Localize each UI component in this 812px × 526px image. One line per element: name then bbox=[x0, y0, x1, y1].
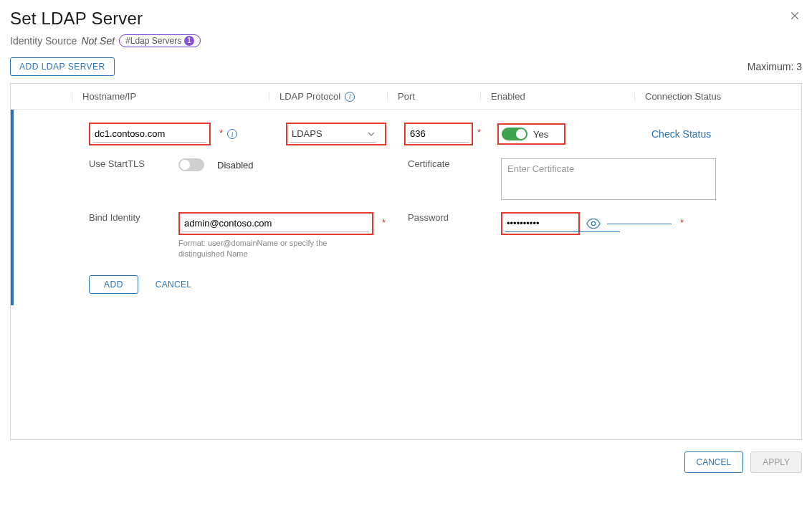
close-icon[interactable] bbox=[788, 9, 802, 23]
ldap-protocol-value: LDAPS bbox=[292, 128, 323, 139]
column-enabled: Enabled bbox=[480, 91, 634, 102]
starttls-label: Use StartTLS bbox=[82, 158, 171, 169]
required-icon: * bbox=[382, 217, 386, 228]
column-status: Connection Status bbox=[634, 91, 801, 102]
column-port: Port bbox=[387, 91, 480, 102]
apply-button: APPLY bbox=[750, 451, 802, 473]
cancel-button[interactable]: CANCEL bbox=[684, 451, 744, 473]
password-label: Password bbox=[401, 212, 494, 223]
check-status-link[interactable]: Check Status bbox=[651, 128, 711, 140]
add-ldap-server-button[interactable]: ADD LDAP SERVER bbox=[10, 57, 115, 76]
port-input[interactable] bbox=[409, 125, 469, 143]
table-row: * i LDAPS * bbox=[11, 110, 801, 305]
column-protocol: LDAP Protocol bbox=[280, 91, 340, 102]
enabled-toggle-label: Yes bbox=[533, 129, 548, 140]
certificate-label: Certificate bbox=[401, 158, 494, 169]
info-icon[interactable]: i bbox=[345, 92, 355, 102]
bind-identity-hint: Format: user@domainName or specify the d… bbox=[178, 238, 350, 259]
add-button[interactable]: ADD bbox=[89, 275, 138, 294]
page-title: Set LDAP Server bbox=[10, 9, 201, 29]
required-icon: * bbox=[680, 217, 684, 228]
bind-identity-input[interactable] bbox=[183, 215, 369, 232]
chevron-down-icon bbox=[368, 130, 375, 138]
ldap-servers-pill-label: #Ldap Servers bbox=[125, 36, 181, 46]
enabled-toggle[interactable] bbox=[502, 128, 527, 140]
required-icon: * bbox=[219, 128, 223, 138]
required-icon: * bbox=[477, 127, 481, 138]
starttls-value-label: Disabled bbox=[217, 160, 254, 171]
identity-source-value: Not Set bbox=[81, 35, 115, 47]
password-input[interactable] bbox=[505, 215, 620, 232]
identity-source-label: Identity Source bbox=[10, 35, 77, 47]
bind-identity-label: Bind Identity bbox=[82, 212, 171, 223]
certificate-textarea[interactable] bbox=[501, 158, 716, 200]
info-icon[interactable]: i bbox=[227, 129, 237, 139]
maximum-label: Maximum: 3 bbox=[747, 61, 802, 72]
ldap-servers-panel: Hostname/IP LDAP Protocol i Port Enabled… bbox=[10, 83, 802, 440]
cancel-row-button[interactable]: CANCEL bbox=[156, 279, 191, 290]
ldap-servers-count-badge: 1 bbox=[184, 36, 194, 46]
column-hostname: Hostname/IP bbox=[72, 91, 269, 102]
hostname-input[interactable] bbox=[93, 125, 206, 143]
ldap-servers-pill[interactable]: #Ldap Servers 1 bbox=[119, 34, 201, 47]
ldap-protocol-select[interactable]: LDAPS bbox=[290, 125, 376, 143]
starttls-toggle[interactable] bbox=[178, 158, 204, 171]
